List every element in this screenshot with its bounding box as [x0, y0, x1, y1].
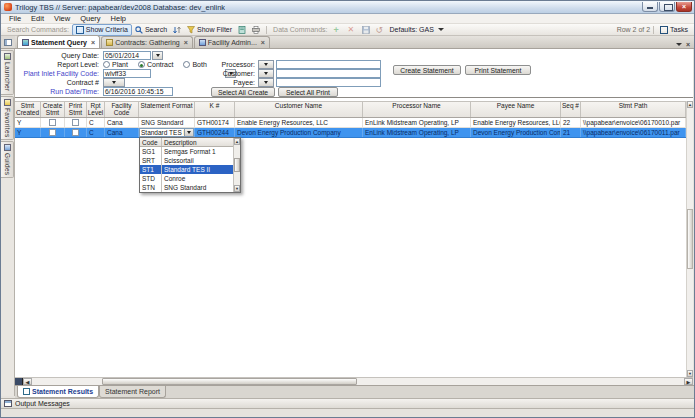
sort-button[interactable]: [170, 25, 184, 35]
undo-button[interactable]: ↺: [373, 25, 387, 35]
payee-dropdown[interactable]: [258, 78, 274, 87]
col-stmt-path[interactable]: Stmt Path: [581, 102, 686, 117]
col-rpt-level[interactable]: Rpt Level: [87, 102, 105, 117]
tab-facility-admin[interactable]: Facility Admin... ×: [194, 36, 270, 48]
contract-dropdown[interactable]: [103, 78, 125, 87]
sidebar-item-guides[interactable]: Guides: [1, 141, 14, 178]
col-statement-format[interactable]: Statement Format: [139, 102, 195, 117]
col-stmt-created[interactable]: Stmt Created: [15, 102, 41, 117]
menu-help[interactable]: Help: [106, 14, 131, 23]
tab-statement-query[interactable]: Statement Query ×: [17, 35, 100, 48]
tab-close-icon[interactable]: ×: [686, 41, 690, 48]
close-icon[interactable]: ×: [184, 39, 188, 46]
run-datetime-field[interactable]: 6/16/2016 10:45:15: [103, 87, 173, 96]
maximize-button[interactable]: [659, 2, 675, 12]
sidebar-item-launcher[interactable]: Launcher: [1, 50, 14, 95]
grid-header-row: Stmt Created Create Stmt Print Stmt Rpt …: [15, 101, 686, 118]
format-option-stn[interactable]: STN SNG Standard: [140, 183, 233, 192]
col-create-stmt[interactable]: Create Stmt: [41, 102, 65, 117]
query-date-field[interactable]: 05/01/2014: [103, 51, 151, 60]
favorites-icon: [4, 99, 11, 106]
format-option-std[interactable]: STD Conroe: [140, 174, 233, 183]
print-statement-button[interactable]: Print Statement: [465, 65, 531, 75]
close-icon[interactable]: ×: [261, 39, 265, 46]
defaults-dropdown[interactable]: Defaults: GAS: [387, 25, 447, 34]
col-facility-code[interactable]: Facility Code: [105, 102, 139, 117]
payee-field[interactable]: [276, 78, 381, 87]
scroll-down-icon[interactable]: ▼: [687, 370, 693, 377]
close-icon[interactable]: ×: [91, 39, 95, 46]
customer-dropdown[interactable]: [258, 69, 274, 78]
processor-dropdown[interactable]: [258, 60, 274, 69]
select-all-print-button[interactable]: Select All Print: [278, 87, 338, 97]
criteria-grid-icon: [76, 26, 84, 34]
print-stmt-checkbox[interactable]: [72, 129, 79, 136]
close-button[interactable]: ×: [676, 2, 692, 12]
export-button[interactable]: [235, 25, 249, 35]
grid-vertical-scrollbar[interactable]: ▲ ▼: [686, 101, 693, 377]
col-print-stmt[interactable]: Print Stmt: [65, 102, 87, 117]
radio-plant[interactable]: Plant: [103, 61, 128, 68]
show-filter-button[interactable]: Show Filter: [184, 25, 235, 35]
grid-horizontal-scrollbar[interactable]: ◀ ▶: [15, 377, 693, 385]
run-datetime-label: Run Date/Time:: [15, 88, 99, 95]
radio-contract[interactable]: Contract: [138, 61, 173, 68]
table-row-selected[interactable]: Y C Cana Standard TES II GTH00244 Devon …: [15, 128, 686, 138]
col-customer-name[interactable]: Customer Name: [235, 102, 363, 117]
scroll-up-icon[interactable]: ▲: [234, 138, 240, 145]
menu-edit[interactable]: Edit: [26, 14, 49, 23]
scroll-left-icon[interactable]: ◀: [23, 378, 32, 385]
save-button[interactable]: [359, 25, 373, 35]
sidebar-item-favorites[interactable]: Favorites: [1, 96, 14, 140]
tab-list-chevron-icon[interactable]: [676, 43, 682, 46]
format-option-sg1[interactable]: SG1 Semgas Format 1: [140, 147, 233, 156]
minimize-button[interactable]: [642, 2, 658, 12]
popup-col-description[interactable]: Description: [162, 138, 233, 146]
col-seq[interactable]: Seq #: [561, 102, 581, 117]
print-button[interactable]: [249, 25, 263, 35]
search-button[interactable]: Search: [132, 25, 170, 35]
scrollbar-thumb[interactable]: [687, 209, 693, 269]
customer-field[interactable]: [276, 69, 381, 78]
facility-code-field[interactable]: wlvff33: [103, 69, 151, 78]
col-payee-name[interactable]: Payee Name: [471, 102, 561, 117]
col-processor-name[interactable]: Processor Name: [363, 102, 471, 117]
titlebar: Trilogy TBS // Server: papabear/dev2008 …: [1, 1, 694, 14]
panel-toggle[interactable]: [1, 36, 15, 49]
print-stmt-checkbox[interactable]: [72, 119, 79, 126]
menu-query[interactable]: Query: [75, 14, 105, 23]
scrollbar-thumb[interactable]: [102, 378, 357, 385]
popup-col-code[interactable]: Code: [140, 138, 162, 146]
processor-field[interactable]: [276, 60, 381, 69]
statement-format-dropdown-button[interactable]: [184, 129, 193, 136]
format-option-st1-selected[interactable]: ST1 Standard TES II: [140, 165, 233, 174]
col-k-number[interactable]: K #: [195, 102, 235, 117]
select-all-create-button[interactable]: Select All Create: [211, 87, 275, 97]
create-statement-button[interactable]: Create Statement: [393, 65, 461, 75]
grid-splitter-handle[interactable]: [15, 378, 23, 385]
table-row[interactable]: Y C Cana SNG Standard GTH00174 Enable En…: [15, 118, 686, 128]
scroll-up-icon[interactable]: ▲: [687, 101, 693, 108]
popup-scrollbar[interactable]: ▲ ▼: [233, 138, 240, 192]
scroll-down-icon[interactable]: ▼: [234, 185, 240, 192]
results-grid-icon: [23, 388, 30, 395]
cell-rpt-level: C: [87, 118, 105, 127]
menu-view[interactable]: View: [49, 14, 75, 23]
tab-statement-report[interactable]: Statement Report: [99, 386, 166, 398]
cell-statement-format[interactable]: SNG Standard: [139, 118, 195, 127]
create-stmt-checkbox[interactable]: [49, 119, 56, 126]
menu-file[interactable]: File: [4, 14, 26, 23]
tasks-button[interactable]: Tasks: [657, 25, 691, 35]
scroll-right-icon[interactable]: ▶: [684, 378, 693, 385]
tab-statement-results[interactable]: Statement Results: [17, 386, 99, 398]
scrollbar-thumb[interactable]: [234, 158, 240, 172]
delete-row-button[interactable]: ✕: [345, 25, 359, 35]
format-option-srt[interactable]: SRT Scissortail: [140, 156, 233, 165]
create-stmt-checkbox[interactable]: [49, 129, 56, 136]
output-messages-bar[interactable]: Output Messages: [1, 398, 694, 409]
show-criteria-button[interactable]: Show Criteria: [72, 24, 132, 36]
statement-format-editor[interactable]: Standard TES II: [139, 128, 194, 137]
tab-contracts-gathering[interactable]: Contracts: Gathering ×: [101, 36, 193, 48]
add-row-button[interactable]: +: [331, 25, 345, 35]
query-date-dropdown[interactable]: [152, 51, 163, 60]
